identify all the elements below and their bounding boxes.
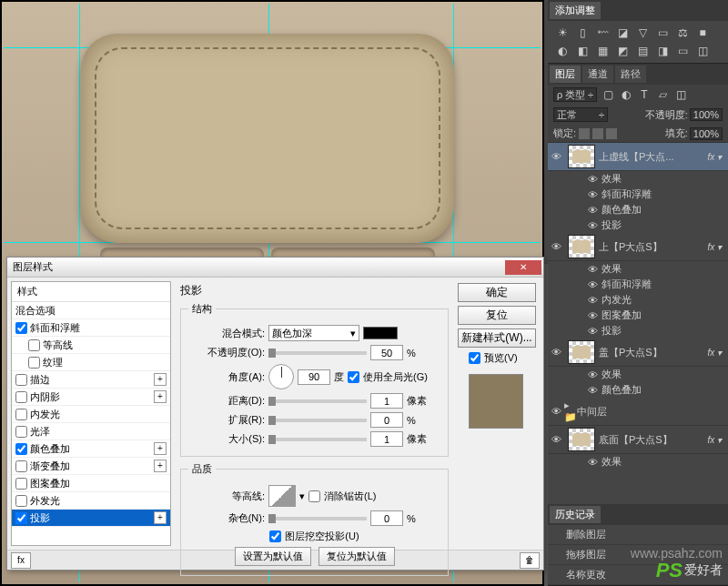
effect-row[interactable]: 👁效果	[548, 454, 728, 470]
layer-fill[interactable]: 100%	[690, 127, 723, 140]
visibility-icon[interactable]: 👁	[588, 205, 598, 216]
levels-icon[interactable]: ▯	[575, 26, 590, 39]
balance-icon[interactable]: ⚖	[675, 26, 690, 39]
tab-layers[interactable]: 图层	[550, 66, 581, 83]
adjustments-title[interactable]: 添加调整	[550, 2, 601, 19]
visibility-icon[interactable]: 👁	[551, 151, 564, 162]
cancel-button[interactable]: 复位	[458, 306, 536, 325]
style-row[interactable]: 斜面和浮雕	[12, 319, 170, 337]
angle-input[interactable]	[298, 369, 330, 385]
effect-row[interactable]: 👁效果	[548, 171, 728, 187]
style-row[interactable]: 图案叠加	[12, 475, 170, 492]
gradient-map-icon[interactable]: ▭	[675, 45, 690, 57]
style-checkbox[interactable]	[15, 495, 27, 507]
effect-row[interactable]: 👁内发光	[548, 292, 728, 308]
lock-pixels-icon[interactable]	[579, 128, 590, 139]
style-row[interactable]: 纹理	[12, 354, 170, 371]
add-effect-button[interactable]: +	[154, 373, 167, 386]
hue-icon[interactable]: ▭	[655, 26, 670, 39]
vibrance-icon[interactable]: ▽	[635, 26, 650, 39]
visibility-icon[interactable]: 👁	[588, 264, 598, 275]
size-input[interactable]	[370, 431, 403, 447]
effect-row[interactable]: 👁斜面和浮雕	[548, 187, 728, 202]
kind-filter[interactable]: ρ类型÷	[553, 87, 597, 102]
visibility-icon[interactable]: 👁	[588, 220, 598, 231]
fx-badge[interactable]: fx ▾	[704, 348, 724, 358]
effect-row[interactable]: 👁效果	[548, 261, 728, 277]
visibility-icon[interactable]: 👁	[588, 189, 598, 200]
dialog-titlebar[interactable]: 图层样式 ✕	[7, 258, 543, 278]
filter-shape-icon[interactable]: ▱	[655, 88, 670, 101]
spread-slider[interactable]	[268, 419, 367, 422]
layer-item[interactable]: 👁上虚线【P大点...fx ▾	[548, 143, 728, 171]
posterize-icon[interactable]: ▤	[635, 45, 650, 57]
opacity-input[interactable]	[370, 345, 403, 360]
style-row[interactable]: 内发光	[12, 406, 170, 423]
style-checkbox[interactable]	[15, 512, 27, 524]
style-row[interactable]: 光泽	[12, 423, 170, 440]
fx-menu-button[interactable]: fx	[11, 552, 31, 569]
add-effect-button[interactable]: +	[154, 442, 167, 455]
curves-icon[interactable]: ⬳	[595, 26, 610, 39]
lookup-icon[interactable]: ▦	[595, 45, 610, 57]
style-checkbox[interactable]	[15, 391, 27, 403]
antialias-checkbox[interactable]	[308, 490, 320, 502]
visibility-icon[interactable]: 👁	[588, 457, 598, 468]
history-item[interactable]: 删除图层	[548, 525, 728, 545]
add-effect-button[interactable]: +	[154, 390, 167, 403]
style-checkbox[interactable]	[15, 443, 27, 455]
visibility-icon[interactable]: 👁	[551, 241, 564, 252]
invert-icon[interactable]: ◩	[615, 45, 630, 57]
style-row[interactable]: 等高线	[12, 337, 170, 354]
make-default-button[interactable]: 设置为默认值	[235, 547, 311, 566]
fx-badge[interactable]: fx ▾	[704, 242, 724, 252]
shadow-color-swatch[interactable]	[363, 327, 398, 339]
angle-dial[interactable]	[268, 364, 294, 389]
contour-picker[interactable]	[268, 485, 296, 507]
noise-slider[interactable]	[268, 517, 367, 520]
style-row[interactable]: 颜色叠加+	[12, 440, 170, 458]
filter-smart-icon[interactable]: ◫	[673, 88, 688, 101]
trash-button[interactable]: 🗑	[520, 552, 540, 569]
style-checkbox[interactable]	[15, 426, 27, 438]
style-row[interactable]: 外发光	[12, 492, 170, 510]
effect-row[interactable]: 👁效果	[548, 367, 728, 382]
fx-badge[interactable]: fx ▾	[704, 435, 724, 445]
visibility-icon[interactable]: 👁	[588, 310, 598, 321]
filter-type-icon[interactable]: T	[637, 88, 652, 101]
layer-opacity[interactable]: 100%	[690, 108, 723, 121]
photo-filter-icon[interactable]: ◐	[555, 45, 570, 57]
reset-default-button[interactable]: 复位为默认值	[318, 547, 395, 566]
tab-channels[interactable]: 通道	[582, 66, 613, 83]
fx-badge[interactable]: fx ▾	[704, 152, 724, 162]
blend-mode-select[interactable]: 颜色加深▾	[268, 325, 359, 341]
layer-item[interactable]: 👁上【P大点S】fx ▾	[548, 233, 728, 261]
threshold-icon[interactable]: ◨	[655, 45, 670, 57]
visibility-icon[interactable]: 👁	[551, 347, 564, 358]
ok-button[interactable]: 确定	[458, 283, 536, 302]
layer-item[interactable]: 👁底面【P大点S】fx ▾	[548, 426, 728, 454]
style-row[interactable]: 内阴影+	[12, 389, 170, 406]
spread-input[interactable]	[370, 412, 403, 428]
style-row[interactable]: 描边+	[12, 371, 170, 389]
bw-icon[interactable]: ■	[695, 26, 710, 39]
opacity-slider[interactable]	[268, 351, 367, 355]
effect-row[interactable]: 👁投影	[548, 217, 728, 233]
effect-row[interactable]: 👁颜色叠加	[548, 382, 728, 398]
effect-row[interactable]: 👁颜色叠加	[548, 202, 728, 217]
filter-image-icon[interactable]: ▢	[601, 88, 615, 101]
layer-item[interactable]: 👁▸ 📁中间层	[548, 398, 728, 426]
style-checkbox[interactable]	[15, 460, 27, 472]
distance-input[interactable]	[370, 393, 403, 409]
add-effect-button[interactable]: +	[154, 460, 167, 472]
visibility-icon[interactable]: 👁	[588, 369, 598, 380]
effect-row[interactable]: 👁投影	[548, 323, 728, 338]
brightness-icon[interactable]: ☀	[555, 26, 570, 39]
style-checkbox[interactable]	[15, 409, 27, 420]
noise-input[interactable]	[370, 510, 403, 526]
visibility-icon[interactable]: 👁	[588, 279, 598, 290]
filter-adjust-icon[interactable]: ◐	[619, 88, 633, 101]
blend-mode-select[interactable]: 正常÷	[553, 107, 608, 122]
layer-item[interactable]: 👁盖【P大点S】fx ▾	[548, 338, 728, 367]
mixer-icon[interactable]: ◧	[575, 45, 590, 57]
